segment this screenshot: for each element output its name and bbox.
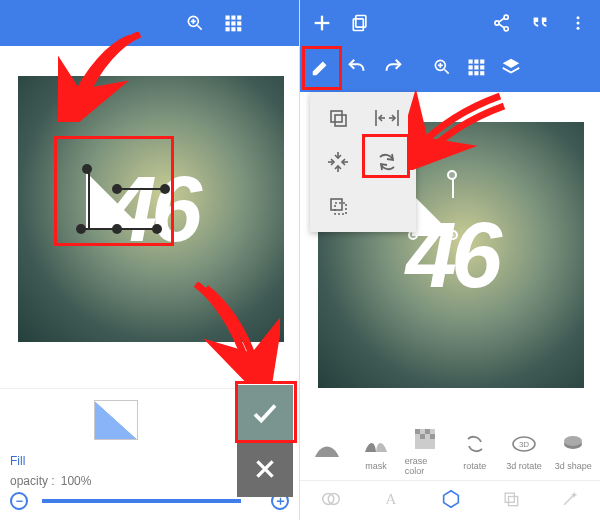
svg-line-22 [499, 18, 505, 22]
tool-3d-shape[interactable]: 3d shape [553, 430, 594, 471]
right-toolbar-sub [300, 46, 600, 92]
svg-rect-35 [474, 65, 478, 69]
category-row: A [300, 480, 600, 520]
svg-rect-47 [335, 203, 346, 214]
svg-rect-4 [226, 16, 230, 20]
opacity-label: opacity : [10, 474, 55, 488]
svg-rect-11 [231, 27, 235, 31]
svg-rect-8 [231, 21, 235, 25]
opacity-slider[interactable] [42, 499, 241, 503]
tool-label: mask [365, 461, 387, 471]
opacity-value: 100% [61, 474, 92, 488]
svg-point-25 [577, 22, 580, 25]
quote-icon[interactable] [528, 11, 552, 35]
svg-rect-32 [474, 60, 478, 64]
opacity-minus-button[interactable]: － [10, 492, 28, 510]
tool-strip[interactable]: mask erase color rotate 3D 3d rotate 3d … [300, 420, 600, 480]
svg-rect-10 [226, 27, 230, 31]
svg-line-63 [565, 494, 575, 504]
left-pane: 46 [0, 0, 300, 520]
dropdown-center[interactable] [316, 142, 360, 182]
triangle-shape-right[interactable] [412, 194, 454, 236]
svg-rect-46 [331, 199, 342, 210]
confirm-button[interactable] [237, 385, 293, 441]
svg-point-24 [577, 16, 580, 19]
svg-rect-31 [469, 60, 473, 64]
left-bottom-panel: Fill opacity : 100% － ＋ [0, 388, 299, 520]
dropdown-fit-width[interactable] [365, 98, 409, 138]
svg-rect-12 [237, 27, 241, 31]
svg-line-23 [499, 24, 505, 28]
right-bottom-panel: mask erase color rotate 3D 3d rotate 3d … [300, 420, 600, 520]
svg-rect-17 [356, 16, 366, 28]
svg-point-56 [564, 436, 582, 446]
more-icon[interactable] [566, 11, 590, 35]
cat-shape-icon[interactable] [440, 488, 462, 514]
cancel-button[interactable] [237, 441, 293, 497]
tool-label: rotate [463, 461, 486, 471]
svg-rect-9 [237, 21, 241, 25]
cat-text-icon[interactable]: A [381, 489, 401, 513]
svg-rect-5 [231, 16, 235, 20]
svg-rect-39 [480, 71, 484, 75]
tool-label: 3d shape [555, 461, 592, 471]
3dshape-icon [559, 430, 587, 458]
tool-erase-color[interactable]: erase color [405, 425, 446, 476]
svg-rect-40 [331, 111, 342, 122]
dropdown-rotate[interactable] [365, 142, 409, 182]
grid-icon[interactable] [221, 11, 245, 35]
svg-text:3D: 3D [519, 440, 529, 449]
zoom-icon-right[interactable] [432, 57, 452, 81]
svg-text:A: A [385, 491, 396, 507]
svg-rect-52 [430, 434, 435, 439]
svg-rect-36 [480, 65, 484, 69]
left-toolbar [0, 0, 299, 46]
svg-rect-7 [226, 21, 230, 25]
cat-copy-icon[interactable] [501, 489, 521, 513]
tool-rotate[interactable]: rotate [454, 430, 495, 471]
grid-icon-right[interactable] [466, 57, 486, 81]
edit-dropdown [310, 92, 416, 232]
dropdown-crop[interactable] [316, 186, 360, 226]
svg-rect-38 [474, 71, 478, 75]
tool-label: 3d rotate [506, 461, 542, 471]
share-icon[interactable] [490, 11, 514, 35]
tool-mask[interactable]: mask [355, 430, 396, 471]
add-icon[interactable] [310, 11, 334, 35]
undo-icon[interactable] [346, 56, 368, 82]
tool-slice[interactable] [306, 435, 347, 466]
redo-icon[interactable] [382, 56, 404, 82]
3drotate-icon: 3D [510, 430, 538, 458]
layers-icon[interactable] [500, 56, 522, 82]
cat-magic-icon[interactable] [560, 489, 580, 513]
tool-3d-rotate[interactable]: 3D 3d rotate [503, 430, 544, 471]
svg-rect-18 [353, 19, 363, 31]
tool-label: erase color [405, 456, 446, 476]
mask-icon [362, 430, 390, 458]
svg-rect-6 [237, 16, 241, 20]
erase-icon [411, 425, 439, 453]
dropdown-blank [365, 186, 409, 226]
shape-tool-row [0, 388, 299, 450]
right-toolbar-top [300, 0, 600, 46]
left-artboard[interactable]: 46 [18, 76, 284, 342]
triangle-shape[interactable] [86, 172, 142, 228]
right-pane: 46 [300, 0, 600, 520]
svg-rect-41 [335, 115, 346, 126]
cat-overlap-icon[interactable] [320, 488, 342, 514]
svg-marker-60 [444, 490, 459, 507]
svg-rect-33 [480, 60, 484, 64]
edit-icon[interactable] [310, 56, 332, 82]
copy-icon[interactable] [348, 11, 372, 35]
svg-rect-51 [420, 434, 425, 439]
left-canvas-area: 46 [0, 46, 299, 388]
svg-rect-61 [505, 493, 514, 502]
shape-tool-button[interactable] [94, 400, 138, 440]
svg-rect-50 [425, 429, 430, 434]
svg-line-28 [445, 70, 449, 74]
svg-rect-49 [415, 429, 420, 434]
shape-edit-handles[interactable] [68, 158, 178, 252]
svg-rect-34 [469, 65, 473, 69]
dropdown-duplicate[interactable] [316, 98, 360, 138]
zoom-icon[interactable] [183, 11, 207, 35]
